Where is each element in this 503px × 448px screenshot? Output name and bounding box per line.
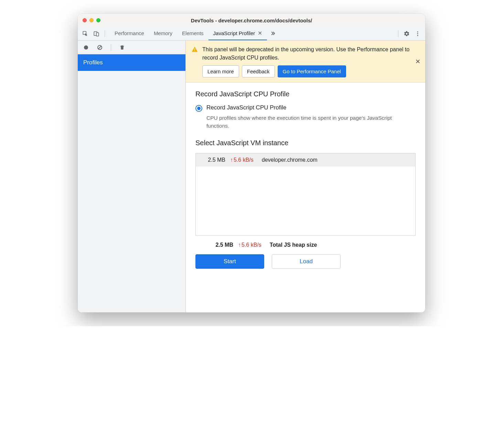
- clear-icon[interactable]: [95, 43, 105, 52]
- settings-icon[interactable]: [402, 29, 411, 39]
- sidebar-item-profiles[interactable]: Profiles: [78, 54, 185, 71]
- maximize-window-button[interactable]: [96, 18, 100, 22]
- warning-icon: [191, 46, 198, 77]
- tab-elements[interactable]: Elements: [177, 27, 208, 40]
- titlebar: DevTools - developer.chrome.com/docs/dev…: [78, 14, 425, 27]
- banner-text: This panel will be deprecated in the upc…: [202, 45, 411, 62]
- total-size: 2.5 MB: [209, 242, 233, 248]
- tab-label: Memory: [154, 30, 172, 36]
- radio-label: Record JavaScript CPU Profile: [206, 104, 286, 111]
- radio-icon: [195, 105, 202, 112]
- separator: [398, 30, 398, 37]
- device-toggle-icon[interactable]: [92, 29, 101, 39]
- learn-more-button[interactable]: Learn more: [202, 65, 239, 77]
- window-controls: [83, 18, 100, 22]
- record-heading: Record JavaScript CPU Profile: [195, 90, 416, 98]
- vm-instance-row[interactable]: 2.5 MB ↑5.6 kB/s developer.chrome.com: [196, 153, 415, 167]
- close-tab-icon[interactable]: ✕: [258, 30, 262, 36]
- heap-totals: 2.5 MB ↑5.6 kB/s Total JS heap size: [195, 242, 416, 248]
- more-tabs-button[interactable]: [267, 27, 279, 40]
- svg-point-6: [84, 45, 88, 50]
- tab-label: JavaScript Profiler: [213, 30, 255, 36]
- close-window-button[interactable]: [83, 18, 87, 22]
- load-button[interactable]: Load: [272, 254, 341, 269]
- svg-line-8: [98, 46, 101, 49]
- tab-strip: Performance Memory Elements JavaScript P…: [78, 27, 425, 41]
- record-icon[interactable]: [81, 43, 91, 52]
- arrow-up-icon: ↑: [230, 157, 233, 163]
- arrow-up-icon: ↑: [238, 242, 241, 248]
- separator: [111, 44, 111, 51]
- tab-performance[interactable]: Performance: [110, 27, 149, 40]
- profile-type-radio[interactable]: Record JavaScript CPU Profile: [195, 104, 416, 112]
- vm-host: developer.chrome.com: [262, 157, 318, 163]
- vm-heading: Select JavaScript VM instance: [195, 139, 416, 147]
- svg-point-3: [417, 31, 418, 32]
- svg-rect-10: [194, 51, 195, 51]
- sidebar: Profiles: [78, 41, 186, 312]
- close-banner-icon[interactable]: ✕: [415, 58, 420, 65]
- sidebar-toolbar: [78, 41, 185, 54]
- radio-description: CPU profiles show where the execution ti…: [206, 114, 399, 130]
- main-panel: This panel will be deprecated in the upc…: [186, 41, 425, 312]
- feedback-button[interactable]: Feedback: [242, 65, 275, 77]
- total-rate: ↑5.6 kB/s: [238, 242, 261, 248]
- total-label: Total JS heap size: [270, 242, 317, 248]
- tab-memory[interactable]: Memory: [149, 27, 177, 40]
- delete-icon[interactable]: [117, 43, 127, 52]
- svg-point-4: [417, 33, 418, 34]
- svg-rect-2: [96, 33, 99, 36]
- deprecation-banner: This panel will be deprecated in the upc…: [186, 41, 425, 83]
- start-button[interactable]: Start: [195, 254, 264, 269]
- tab-javascript-profiler[interactable]: JavaScript Profiler ✕: [208, 27, 267, 40]
- tab-label: Performance: [115, 30, 144, 36]
- inspect-icon[interactable]: [81, 29, 90, 39]
- vm-rate: ↑5.6 kB/s: [230, 157, 254, 163]
- tab-label: Elements: [182, 30, 204, 36]
- separator: [105, 30, 105, 37]
- kebab-menu-icon[interactable]: [413, 29, 422, 39]
- minimize-window-button[interactable]: [89, 18, 94, 22]
- devtools-window: DevTools - developer.chrome.com/docs/dev…: [78, 14, 425, 312]
- svg-point-5: [417, 35, 418, 36]
- sidebar-item-label: Profiles: [83, 59, 103, 66]
- go-to-performance-button[interactable]: Go to Performance Panel: [278, 65, 346, 77]
- svg-rect-9: [194, 49, 195, 50]
- vm-instance-list: 2.5 MB ↑5.6 kB/s developer.chrome.com: [195, 153, 416, 236]
- window-title: DevTools - developer.chrome.com/docs/dev…: [191, 18, 312, 23]
- vm-size: 2.5 MB: [201, 157, 225, 163]
- content-area: Record JavaScript CPU Profile Record Jav…: [186, 83, 425, 312]
